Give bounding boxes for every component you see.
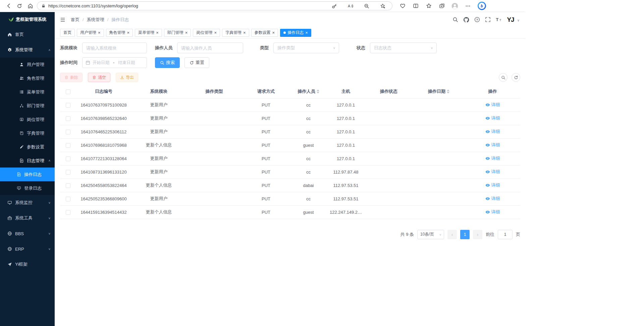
tab-close-icon[interactable]: × [127, 30, 130, 35]
tab-close-icon[interactable]: × [243, 30, 246, 35]
tab[interactable]: 参数设置 × [251, 29, 278, 37]
sidebar-item-dept-mgmt[interactable]: 部门管理 [0, 99, 55, 113]
row-checkbox[interactable] [66, 183, 70, 188]
reset-button[interactable]: 重置 [184, 57, 209, 68]
detail-link[interactable]: 详细 [485, 196, 500, 202]
type-select[interactable]: 操作类型 ∨ [273, 43, 339, 53]
user-avatar[interactable]: YJ [507, 16, 514, 23]
row-checkbox[interactable] [66, 197, 70, 201]
page-size-select[interactable]: 10条/页 ∨ [417, 230, 444, 239]
sidebar-item-user-mgmt[interactable]: 用户管理 [0, 58, 55, 71]
tab-close-icon[interactable]: × [156, 30, 159, 35]
prev-page-button[interactable]: ‹ [447, 230, 457, 239]
sidebar-item-operation-log[interactable]: 操作日志 [0, 168, 55, 181]
detail-link[interactable]: 详细 [485, 115, 500, 121]
sidebar-item-bbs[interactable]: BBS ∨ [0, 226, 55, 241]
sidebar-item-param-settings[interactable]: 参数设置 [0, 140, 55, 154]
date-range-picker[interactable]: 开始日期 - 结束日期 [82, 57, 147, 68]
browser-essentials-icon[interactable] [399, 1, 406, 11]
detail-link[interactable]: 详细 [485, 129, 500, 135]
tab[interactable]: 首页 × [60, 29, 75, 37]
row-checkbox[interactable] [66, 143, 70, 148]
tab-close-icon[interactable]: × [98, 30, 101, 35]
tab[interactable]: 岗位管理 × [193, 29, 220, 37]
collapse-menu-icon[interactable] [60, 17, 65, 22]
sidebar-item-system-mgmt[interactable]: 系统管理 ∧ [0, 42, 55, 58]
refresh-icon[interactable] [14, 1, 25, 11]
tab-close-icon[interactable]: × [214, 30, 217, 35]
sidebar-item-erp[interactable]: ERP ∨ [0, 241, 55, 257]
sidebar-item-log-mgmt[interactable]: 日志管理 ∧ [0, 154, 55, 168]
tab[interactable]: 用户管理 × [77, 29, 104, 37]
sort-icon[interactable] [447, 89, 449, 93]
page-1-button[interactable]: 1 [460, 230, 470, 239]
collections-icon[interactable] [438, 1, 445, 11]
tab[interactable]: 字典管理 × [222, 29, 249, 37]
clear-button[interactable]: 清空 [88, 73, 110, 82]
github-icon[interactable] [463, 17, 469, 23]
tab[interactable]: 菜单管理 × [135, 29, 162, 37]
row-checkbox[interactable] [66, 103, 70, 108]
export-button[interactable]: 导出 [116, 73, 138, 82]
zoom-out-icon[interactable] [361, 1, 372, 11]
detail-link[interactable]: 详细 [485, 209, 500, 215]
module-input[interactable] [86, 46, 143, 51]
tab-close-icon[interactable]: × [185, 30, 188, 35]
chevron-down-icon[interactable]: ∨ [517, 18, 520, 23]
add-favorite-icon[interactable] [377, 1, 388, 11]
end-date-placeholder[interactable]: 结束日期 [118, 60, 135, 66]
breadcrumb-system-mgmt[interactable]: 系统管理 [87, 17, 104, 23]
back-icon[interactable] [3, 1, 14, 11]
tab-close-icon[interactable]: × [272, 30, 275, 35]
search-icon[interactable] [452, 17, 458, 22]
breadcrumb-home[interactable]: 首页 [71, 17, 79, 23]
row-checkbox[interactable] [66, 116, 70, 121]
detail-link[interactable]: 详细 [485, 142, 500, 148]
more-menu-icon[interactable] [465, 1, 471, 11]
row-checkbox[interactable] [66, 170, 70, 175]
sidebar-item-system-tools[interactable]: 系统工具 ∨ [0, 210, 55, 226]
row-checkbox[interactable] [66, 210, 70, 215]
search-button[interactable]: 搜索 [155, 57, 180, 68]
read-aloud-icon[interactable]: A [345, 1, 356, 11]
split-screen-icon[interactable] [412, 1, 419, 11]
help-icon[interactable]: ? [474, 17, 480, 22]
sidebar-item-home[interactable]: 首页 [0, 27, 55, 42]
sidebar-item-dict-mgmt[interactable]: 字典管理 [0, 126, 55, 140]
sidebar-item-menu-mgmt[interactable]: 菜单管理 [0, 85, 55, 99]
sidebar-item-post-mgmt[interactable]: 岗位管理 [0, 113, 55, 126]
fullscreen-icon[interactable] [485, 17, 491, 22]
row-checkbox[interactable] [66, 130, 70, 134]
address-bar[interactable]: https://ccnetcore.com:1101/system/log/op… [37, 1, 392, 10]
sidebar-item-role-mgmt[interactable]: 角色管理 [0, 71, 55, 85]
status-select[interactable]: 日志状态 ∨ [370, 43, 437, 53]
sidebar-item-yi-framework[interactable]: Yi框架 [0, 257, 55, 272]
favorites-icon[interactable] [425, 1, 432, 11]
start-date-placeholder[interactable]: 开始日期 [93, 60, 109, 66]
row-checkbox[interactable] [66, 156, 70, 161]
bing-copilot-icon[interactable]: b [478, 2, 486, 10]
next-page-button[interactable]: › [473, 230, 482, 239]
goto-page-input[interactable] [498, 230, 513, 239]
password-key-icon[interactable] [329, 1, 340, 11]
refresh-table-button[interactable] [512, 73, 520, 82]
profile-avatar[interactable] [451, 1, 458, 11]
show-search-toggle-button[interactable] [499, 73, 507, 82]
column-header-operator[interactable]: 操作人员 [290, 85, 327, 98]
detail-link[interactable]: 详细 [485, 155, 500, 161]
font-size-icon[interactable]: TT [496, 17, 502, 22]
select-all-checkbox[interactable] [66, 89, 70, 94]
tab[interactable]: 角色管理 × [106, 29, 133, 37]
detail-link[interactable]: 详细 [485, 102, 500, 108]
url-text[interactable]: https://ccnetcore.com:1101/system/log/op… [48, 3, 329, 8]
sidebar-item-system-monitor[interactable]: 系统监控 ∨ [0, 195, 55, 210]
sidebar-item-login-log[interactable]: 登录日志 [0, 181, 55, 195]
home-icon[interactable] [25, 1, 36, 11]
tab[interactable]: 操作日志 × [280, 29, 311, 37]
detail-link[interactable]: 详细 [485, 169, 500, 175]
tab[interactable]: 部门管理 × [164, 29, 191, 37]
sort-icon[interactable] [317, 89, 319, 93]
operator-input[interactable] [181, 46, 239, 51]
column-header-date[interactable]: 操作日期 [413, 85, 465, 98]
delete-button[interactable]: 删除 [60, 73, 83, 82]
